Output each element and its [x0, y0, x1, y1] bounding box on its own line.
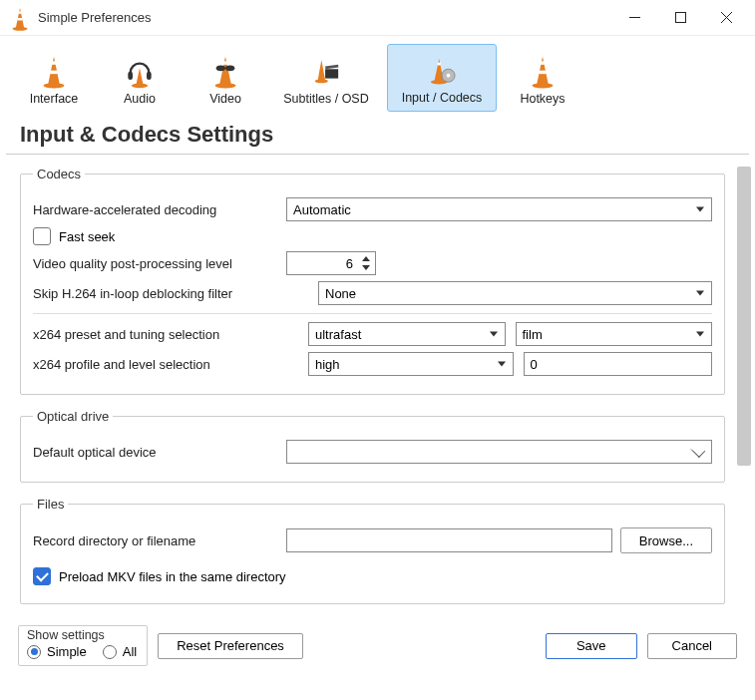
glasses-cone-icon [211, 54, 239, 92]
svg-rect-5 [675, 13, 685, 23]
cone-icon [529, 54, 557, 92]
svg-rect-9 [52, 61, 56, 65]
svg-point-18 [215, 83, 236, 88]
fast-seek-label: Fast seek [59, 229, 115, 244]
tab-label: Input / Codecs [402, 91, 483, 105]
reset-preferences-button[interactable]: Reset Preferences [158, 633, 303, 659]
tab-label: Interface [30, 92, 79, 106]
hw-decoding-select[interactable]: Automatic [286, 197, 712, 221]
headphones-cone-icon [126, 54, 154, 92]
files-legend: Files [33, 497, 68, 512]
optical-device-label: Default optical device [33, 445, 278, 460]
tab-subtitles[interactable]: Subtitles / OSD [271, 44, 381, 112]
category-tabs: Interface Audio Video Subtitles / OSD In… [0, 36, 755, 112]
postproc-value: 6 [346, 256, 353, 271]
svg-marker-30 [537, 57, 549, 85]
radio-simple-label: Simple [47, 644, 87, 659]
x264-preset-select[interactable]: ultrafast [308, 322, 506, 346]
reset-label: Reset Preferences [177, 638, 284, 653]
save-label: Save [576, 638, 606, 653]
radio-simple[interactable] [27, 645, 41, 659]
cone-icon [40, 54, 68, 92]
svg-rect-1 [18, 11, 21, 13]
browse-label: Browse... [639, 533, 693, 548]
skip-loop-select[interactable]: None [318, 281, 712, 305]
radio-all-label: All [123, 644, 137, 659]
svg-rect-32 [539, 71, 546, 75]
settings-scroll-area: Codecs Hardware-accelerated decoding Aut… [0, 155, 755, 621]
x264-profile-value: high [315, 357, 340, 372]
files-group: Files Record directory or filename Brows… [20, 497, 725, 604]
x264-tuning-value: film [523, 327, 543, 342]
tab-video[interactable]: Video [186, 44, 265, 112]
spin-down-icon[interactable] [359, 263, 373, 272]
spin-up-icon[interactable] [359, 254, 373, 263]
svg-point-33 [533, 83, 554, 88]
postproc-spin[interactable]: 6 [286, 251, 376, 275]
svg-point-15 [132, 84, 148, 89]
svg-point-22 [315, 80, 328, 84]
x264-level-input[interactable]: 0 [524, 352, 713, 376]
svg-marker-21 [318, 60, 325, 81]
show-settings-label: Show settings [27, 628, 137, 642]
svg-rect-23 [325, 69, 338, 78]
optical-device-select[interactable] [286, 440, 712, 464]
skip-loop-label: Skip H.264 in-loop deblocking filter [33, 286, 310, 301]
minimize-button[interactable] [611, 2, 657, 34]
record-dir-input[interactable] [286, 528, 612, 552]
svg-point-3 [12, 26, 27, 30]
maximize-button[interactable] [657, 2, 703, 34]
record-dir-label: Record directory or filename [33, 533, 278, 548]
x264-profile-label: x264 profile and level selection [33, 357, 300, 372]
svg-rect-2 [17, 17, 22, 19]
divider [33, 313, 712, 314]
fast-seek-checkbox[interactable] [33, 227, 51, 245]
preload-mkv-label: Preload MKV files in the same directory [59, 569, 286, 584]
svg-marker-0 [16, 8, 24, 28]
preload-mkv-checkbox[interactable] [33, 567, 51, 585]
codecs-group: Codecs Hardware-accelerated decoding Aut… [20, 167, 725, 395]
browse-button[interactable]: Browse... [620, 527, 712, 553]
svg-marker-14 [137, 68, 144, 84]
cancel-button[interactable]: Cancel [647, 633, 737, 659]
tab-label: Audio [124, 92, 156, 106]
optical-legend: Optical drive [33, 409, 113, 424]
tab-label: Hotkeys [520, 92, 565, 106]
close-button[interactable] [703, 2, 749, 34]
show-settings-group: Show settings Simple All [18, 625, 148, 666]
svg-rect-31 [541, 61, 545, 65]
clapper-cone-icon [312, 54, 340, 92]
radio-all[interactable] [103, 645, 117, 659]
postproc-label: Video quality post-processing level [33, 256, 278, 271]
x264-profile-select[interactable]: high [308, 352, 514, 376]
svg-rect-12 [128, 72, 133, 80]
tab-input-codecs[interactable]: Input / Codecs [387, 44, 497, 112]
svg-rect-13 [147, 72, 152, 80]
page-title: Input & Codecs Settings [6, 112, 749, 155]
svg-marker-8 [48, 57, 60, 85]
x264-tuning-select[interactable]: film [516, 322, 713, 346]
vlc-icon [10, 8, 30, 28]
svg-point-20 [225, 65, 234, 71]
tab-label: Subtitles / OSD [283, 92, 368, 106]
save-button[interactable]: Save [546, 633, 637, 659]
hw-decoding-label: Hardware-accelerated decoding [33, 202, 278, 217]
tab-label: Video [209, 92, 241, 106]
tab-audio[interactable]: Audio [100, 44, 180, 112]
scrollbar-thumb[interactable] [737, 167, 751, 466]
hw-decoding-value: Automatic [293, 202, 351, 217]
svg-point-19 [216, 65, 225, 71]
tab-interface[interactable]: Interface [14, 44, 94, 112]
svg-rect-17 [223, 61, 227, 65]
x264-preset-value: ultrafast [315, 327, 361, 342]
titlebar: Simple Preferences [0, 0, 755, 36]
optical-group: Optical drive Default optical device [20, 409, 725, 483]
svg-point-29 [447, 74, 451, 78]
window-title: Simple Preferences [38, 10, 151, 25]
svg-rect-10 [50, 71, 57, 75]
tab-hotkeys[interactable]: Hotkeys [503, 44, 582, 112]
svg-rect-24 [325, 65, 338, 70]
cancel-label: Cancel [672, 638, 712, 653]
footer: Show settings Simple All Reset Preferenc… [0, 621, 755, 676]
svg-point-11 [44, 83, 65, 88]
